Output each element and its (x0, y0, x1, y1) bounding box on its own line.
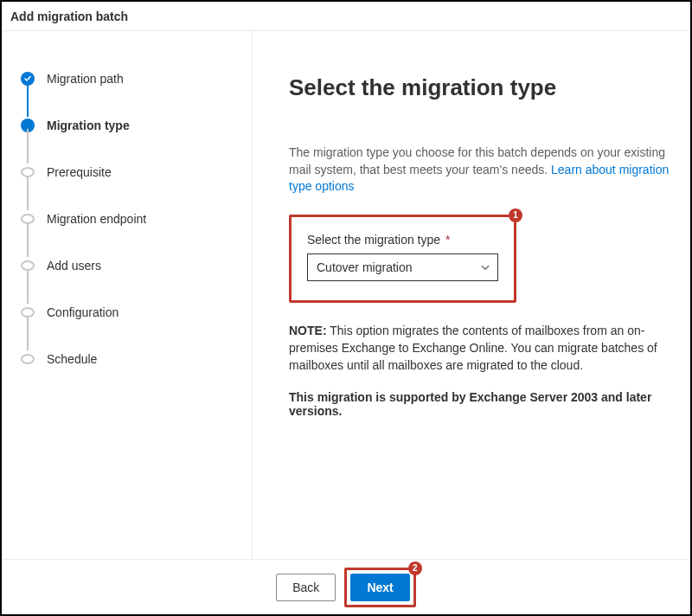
wizard-step-list: Migration path Migration type Prerequisi… (2, 31, 253, 559)
note-text: NOTE: This option migrates the contents … (289, 322, 682, 375)
annotation-callout-1: 1 Select the migration type * Cutover mi… (289, 215, 516, 303)
step-prerequisite[interactable]: Prerequisite (21, 164, 243, 181)
next-button[interactable]: Next (350, 574, 409, 601)
step-add-users[interactable]: Add users (21, 257, 243, 274)
step-configuration[interactable]: Configuration (21, 304, 243, 321)
field-label-text: Select the migration type (307, 233, 440, 247)
step-migration-type[interactable]: Migration type (21, 117, 243, 134)
required-asterisk: * (445, 233, 450, 247)
step-connector (27, 316, 29, 350)
migration-type-select[interactable]: Cutover migration (307, 253, 498, 281)
wizard-page: Select the migration type The migration … (253, 31, 690, 559)
annotation-callout-2: 2 Next (344, 568, 415, 607)
step-label: Schedule (47, 352, 97, 366)
step-migration-endpoint[interactable]: Migration endpoint (21, 210, 243, 228)
step-connector (27, 176, 29, 210)
step-label: Add users (47, 259, 101, 273)
note-label: NOTE: (289, 324, 327, 337)
chevron-down-icon (480, 262, 490, 273)
step-label: Prerequisite (47, 165, 112, 179)
dialog-add-migration-batch: Add migration batch Migration path Migra… (0, 0, 692, 616)
step-migration-path[interactable]: Migration path (21, 70, 243, 87)
step-connector (27, 82, 29, 117)
dialog-title-text: Add migration batch (10, 10, 128, 23)
step-connector (27, 129, 29, 164)
dialog-body: Migration path Migration type Prerequisi… (2, 31, 690, 559)
support-text: This migration is supported by Exchange … (289, 390, 682, 418)
page-title: Select the migration type (289, 74, 690, 101)
note-body: This option migrates the contents of mai… (289, 324, 657, 373)
annotation-badge-icon: 1 (509, 209, 522, 222)
step-label: Migration path (47, 72, 124, 86)
wizard-footer: Back 2 Next (2, 559, 690, 614)
back-button[interactable]: Back (276, 574, 336, 601)
upcoming-step-icon (21, 354, 35, 364)
intro-text: The migration type you choose for this b… (289, 144, 690, 196)
step-label: Configuration (47, 305, 119, 319)
migration-type-label: Select the migration type * (307, 233, 498, 247)
step-label: Migration type (47, 119, 130, 132)
step-connector (27, 269, 29, 304)
step-schedule[interactable]: Schedule (21, 350, 243, 368)
step-label: Migration endpoint (47, 212, 146, 226)
step-connector (27, 222, 29, 257)
annotation-badge-icon: 2 (408, 561, 422, 575)
select-value: Cutover migration (317, 260, 413, 274)
dialog-title: Add migration batch (2, 2, 690, 31)
